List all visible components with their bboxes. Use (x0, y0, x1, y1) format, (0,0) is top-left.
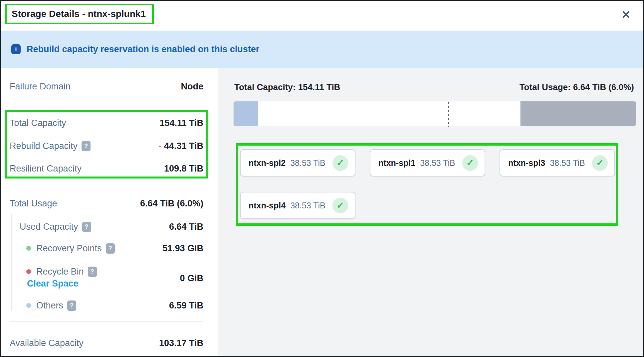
recovery-points-row: Recovery Points ? 51.93 GiB (26, 242, 203, 255)
rebuild-capacity-label: Rebuild Capacity ? (10, 141, 91, 151)
node-capacity: 38.53 TiB (290, 201, 325, 210)
resilient-capacity-value: 109.8 TiB (164, 164, 203, 174)
bar-total-usage-text: Total Usage: 6.64 TiB (6.0%) (520, 82, 634, 92)
others-help-icon[interactable]: ? (67, 300, 76, 311)
clear-space-link-row: Clear Space (27, 277, 79, 290)
rebuild-reservation-banner: i Rebuild capacity reservation is enable… (1, 31, 643, 68)
recovery-points-help-icon[interactable]: ? (106, 243, 115, 254)
node-capacity: 38.53 TiB (290, 158, 325, 168)
capacity-bar-header: Total Capacity: 154.11 TiB Total Usage: … (234, 81, 634, 93)
failure-domain-value: Node (181, 81, 204, 92)
capacity-bar (233, 101, 636, 126)
divider (10, 104, 203, 104)
used-capacity-label: Used Capacity ? (20, 222, 91, 232)
node-name: ntxn-spl3 (508, 158, 545, 168)
node-card-ntxn-spl2[interactable]: ntxn-spl2 38.53 TiB ✓ (240, 149, 355, 177)
resilient-capacity-row: Resilient Capacity 109.8 TiB (10, 162, 203, 175)
divider (10, 321, 203, 322)
node-card-ntxn-spl1[interactable]: ntxn-spl1 38.53 TiB ✓ (370, 149, 485, 177)
node-name: ntxn-spl2 (249, 158, 286, 168)
node-card-ntxn-spl4[interactable]: ntxn-spl4 38.53 TiB ✓ (240, 192, 355, 219)
modal-titlebar: Storage Details - ntnx-splunk1 ✕ (1, 1, 643, 31)
total-capacity-label: Total Capacity (10, 118, 66, 128)
node-name: ntxn-spl1 (378, 158, 415, 168)
node-healthy-check-icon: ✓ (592, 155, 608, 171)
node-healthy-check-icon: ✓ (462, 155, 478, 171)
rebuild-capacity-value: -44.31 TiB (158, 141, 203, 151)
total-usage-label: Total Usage (10, 198, 57, 209)
recovery-points-value: 51.93 GiB (162, 243, 203, 254)
reserved-segment (521, 101, 636, 126)
rebuild-capacity-help-icon[interactable]: ? (82, 141, 91, 151)
used-capacity-label-text: Used Capacity (20, 222, 78, 232)
others-value: 6.59 TiB (169, 300, 203, 311)
rebuild-capacity-sign: - (158, 141, 161, 151)
recovery-points-bullet-icon (26, 246, 31, 251)
threshold-line (448, 101, 449, 127)
node-card-ntxn-spl3[interactable]: ntxn-spl3 38.53 TiB ✓ (500, 149, 615, 177)
node-name: ntxn-spl4 (249, 201, 286, 210)
close-button[interactable]: ✕ (618, 7, 634, 23)
used-capacity-value: 6.64 TiB (169, 222, 203, 232)
recovery-points-label: Recovery Points ? (26, 243, 115, 254)
annotation-box-title: Storage Details - ntnx-splunk1 (5, 4, 154, 24)
others-label: Others ? (26, 300, 76, 311)
others-label-text: Others (36, 300, 63, 311)
used-capacity-help-icon[interactable]: ? (82, 222, 91, 232)
resilient-capacity-label: Resilient Capacity (10, 164, 82, 174)
storage-summary-panel: Failure Domain Node Total Capacity 154.1… (1, 68, 218, 356)
total-capacity-value: 154.11 TiB (159, 118, 203, 128)
node-capacity: 38.53 TiB (550, 158, 585, 168)
modal-body: Failure Domain Node Total Capacity 154.1… (1, 68, 643, 356)
bar-total-capacity-text: Total Capacity: 154.11 TiB (234, 82, 340, 92)
annotation-box-capacity: Total Capacity 154.11 TiB Rebuild Capaci… (5, 110, 208, 178)
rebuild-capacity-label-text: Rebuild Capacity (10, 141, 78, 151)
node-capacity: 38.53 TiB (420, 158, 455, 168)
usage-group-indent-line (11, 214, 12, 311)
rebuild-capacity-amount: 44.31 TiB (164, 141, 203, 151)
modal-title: Storage Details - ntnx-splunk1 (7, 9, 146, 19)
others-bullet-icon (26, 303, 31, 308)
usage-segment (234, 101, 258, 126)
clear-space-link[interactable]: Clear Space (27, 279, 79, 289)
info-icon: i (11, 44, 21, 54)
node-healthy-check-icon: ✓ (332, 155, 348, 171)
total-capacity-row: Total Capacity 154.11 TiB (10, 117, 203, 129)
others-row: Others ? 6.59 TiB (26, 299, 203, 312)
total-usage-row: Total Usage 6.64 TiB (6.0%) (10, 197, 203, 210)
rebuild-capacity-row: Rebuild Capacity ? -44.31 TiB (10, 140, 203, 152)
failure-domain-label: Failure Domain (10, 81, 71, 92)
available-capacity-value: 103.17 TiB (159, 338, 203, 348)
available-capacity-row: Available Capacity 103.17 TiB (10, 337, 203, 349)
total-usage-value: 6.64 TiB (6.0%) (140, 198, 203, 209)
failure-domain-row: Failure Domain Node (10, 80, 203, 93)
available-capacity-label: Available Capacity (10, 338, 84, 348)
recovery-points-label-text: Recovery Points (36, 243, 102, 254)
node-healthy-check-icon: ✓ (332, 198, 348, 213)
capacity-visualization-panel: Total Capacity: 154.11 TiB Total Usage: … (218, 68, 643, 356)
banner-message: Rebuild capacity reservation is enabled … (27, 44, 259, 55)
recycle-bin-value: 0 GiB (180, 273, 203, 284)
close-icon: ✕ (621, 8, 631, 21)
storage-details-modal: Storage Details - ntnx-splunk1 ✕ i Rebui… (0, 0, 644, 357)
used-capacity-row: Used Capacity ? 6.64 TiB (20, 220, 203, 233)
